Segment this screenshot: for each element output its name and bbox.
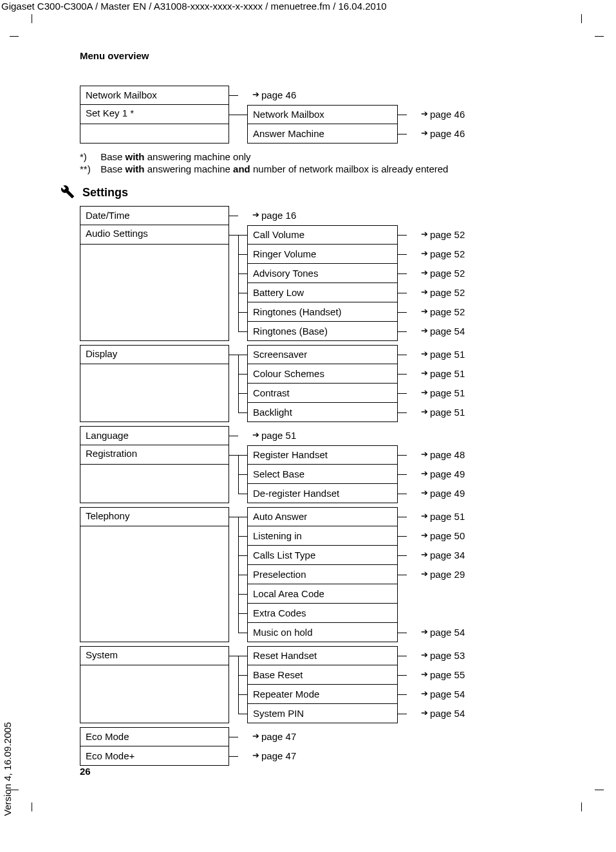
page-ref: page 49 [416, 465, 493, 484]
settings-title: Settings [82, 186, 128, 199]
page-ref: page 51 [416, 384, 493, 403]
submenu-item: Backlight [247, 403, 398, 422]
submenu-item: Call Volume [247, 225, 398, 245]
menu-item: System [80, 646, 229, 665]
page-ref: page 54 [416, 685, 493, 704]
page-ref: page 52 [416, 264, 493, 283]
page-ref: page 47 [247, 727, 398, 746]
page-ref: page 51 [416, 364, 493, 384]
top-tree: Network Mailbox page 46 Set Key 1 * Netw… [80, 86, 569, 144]
page-ref: page 54 [416, 623, 493, 642]
submenu-item: Auto Answer [247, 507, 398, 526]
page-ref: page 52 [416, 302, 493, 322]
page-ref: page 50 [416, 526, 493, 546]
menu-item: Set Key 1 * [80, 105, 229, 124]
page-ref: page 47 [247, 746, 398, 766]
menu-item: Audio Settings [80, 225, 229, 245]
submenu-item: Music on hold [247, 623, 398, 642]
header-path: Gigaset C300-C300A / Master EN / A31008-… [1, 1, 387, 12]
submenu-item: Colour Schemes [247, 364, 398, 384]
page-number: 26 [80, 766, 91, 777]
submenu-item: Ringtones (Handset) [247, 302, 398, 322]
page-ref: page 52 [416, 283, 493, 302]
submenu-item: Register Handset [247, 445, 398, 465]
menu-item: Eco Mode [80, 727, 229, 746]
submenu-item: Battery Low [247, 283, 398, 302]
menu-item: Registration [80, 445, 229, 465]
submenu-item: System PIN [247, 704, 398, 723]
page-ref: page 51 [416, 403, 493, 422]
page-ref [416, 604, 493, 623]
submenu-item: Base Reset [247, 665, 398, 685]
page-ref: page 53 [416, 646, 493, 665]
page-ref: page 16 [247, 206, 398, 225]
submenu-item: Screensaver [247, 345, 398, 364]
menu-item: Network Mailbox [80, 86, 229, 105]
submenu-item: Ringer Volume [247, 245, 398, 264]
submenu-item: De-register Handset [247, 484, 398, 503]
submenu-item: Reset Handset [247, 646, 398, 665]
page-ref: page 46 [416, 105, 493, 124]
submenu-item: Calls List Type [247, 546, 398, 565]
page-content: Menu overview Network Mailbox page 46 Se… [80, 50, 569, 773]
running-head: Menu overview [80, 50, 569, 61]
page-ref [416, 584, 493, 604]
submenu-item: Listening in [247, 526, 398, 546]
version-text: Version 4, 16.09.2005 [2, 722, 13, 816]
submenu-item: Ringtones (Base) [247, 322, 398, 341]
page-ref: page 48 [416, 445, 493, 465]
submenu-item: Extra Codes [247, 604, 398, 623]
submenu-item: Answer Machine [247, 124, 398, 144]
submenu-item: Contrast [247, 384, 398, 403]
page-ref: page 46 [416, 124, 493, 144]
submenu-item: Preselection [247, 565, 398, 584]
page-ref: page 46 [247, 86, 398, 105]
page-ref: page 52 [416, 225, 493, 245]
footnote-mark: **) [80, 163, 98, 174]
page-ref: page 51 [416, 507, 493, 526]
submenu-item: Select Base [247, 465, 398, 484]
page-ref: page 29 [416, 565, 493, 584]
menu-item: Telephony [80, 507, 229, 526]
submenu-item: Repeater Mode [247, 685, 398, 704]
page-ref: page 51 [247, 426, 398, 445]
submenu-item: Local Area Code [247, 584, 398, 604]
wrench-icon [61, 185, 75, 201]
page-ref: page 51 [416, 345, 493, 364]
menu-item: Eco Mode+ [80, 746, 229, 766]
page-ref: page 54 [416, 322, 493, 341]
settings-header: Settings [61, 185, 569, 201]
submenu-item: Network Mailbox [247, 105, 398, 124]
page-ref: page 54 [416, 704, 493, 723]
page-ref: page 52 [416, 245, 493, 264]
footnotes: *) Base with answering machine only **) … [80, 151, 569, 174]
menu-item: Date/Time [80, 206, 229, 225]
page-ref: page 55 [416, 665, 493, 685]
page-ref: page 34 [416, 546, 493, 565]
page-ref: page 49 [416, 484, 493, 503]
footnote-mark: *) [80, 151, 98, 162]
menu-item: Display [80, 345, 229, 364]
settings-tree: Date/Timepage 16Audio SettingsCall Volum… [80, 206, 569, 766]
submenu-item: Advisory Tones [247, 264, 398, 283]
menu-item: Language [80, 426, 229, 445]
